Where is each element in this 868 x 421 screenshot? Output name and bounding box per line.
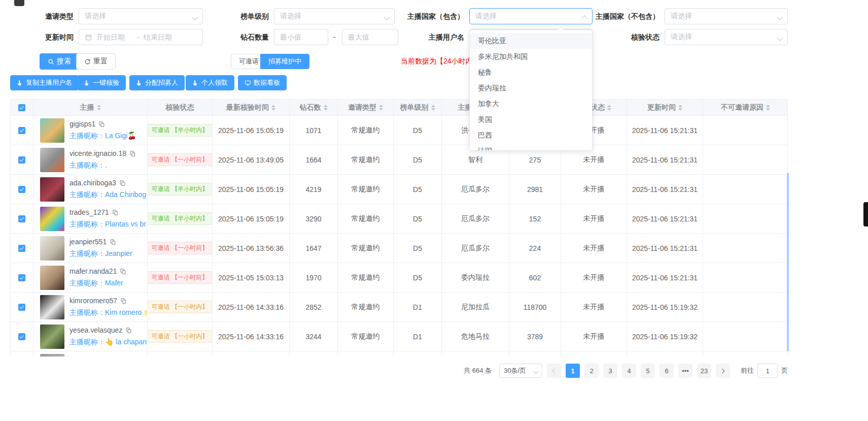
page-more-button[interactable]: •••: [678, 364, 692, 378]
row-checkbox[interactable]: [18, 215, 25, 222]
nickname-prefix: 主播昵称：: [70, 190, 105, 199]
nickname-link[interactable]: 主播昵称：La Gigi🍒: [70, 132, 136, 141]
row-checkbox[interactable]: [18, 156, 25, 164]
reason-cell: [703, 145, 788, 174]
nickname-link[interactable]: 主播昵称：Jeanpier: [70, 249, 132, 258]
invite-type-label: 邀请类型: [20, 8, 74, 24]
page-number-button[interactable]: 4: [622, 364, 636, 378]
page-number-button[interactable]: 3: [603, 364, 617, 378]
table-header: 主播 核验状态 最新核验时间 钻石数 邀请类型 榜单级别 主播国家 开播状态 更…: [11, 100, 787, 116]
header-select-all[interactable]: [11, 100, 33, 115]
date-separator: -: [137, 33, 140, 41]
username-label: 主播用户名: [393, 29, 464, 45]
copy-icon[interactable]: [129, 150, 136, 157]
copy-icon[interactable]: [125, 327, 132, 334]
header-broadcaster[interactable]: 主播: [33, 100, 148, 115]
nickname-link[interactable]: 主播昵称：.: [70, 161, 136, 170]
avatar: [40, 148, 64, 172]
copy-icon[interactable]: [112, 209, 119, 216]
reason-cell: [703, 234, 788, 263]
page-scrollbar-thumb[interactable]: [863, 202, 868, 226]
page-buttons: 123456•••23: [566, 364, 711, 378]
sort-carets-icon[interactable]: [324, 105, 328, 111]
country-option[interactable]: 哥伦比亚: [470, 33, 592, 49]
rank-level-select[interactable]: 请选择: [274, 8, 395, 24]
copy-icon[interactable]: [98, 121, 105, 127]
diamond-max-input-box[interactable]: [342, 29, 398, 45]
country-option[interactable]: 美国: [470, 112, 592, 127]
sort-carets-icon[interactable]: [271, 105, 275, 111]
goto-page-input[interactable]: [757, 364, 778, 378]
invite-type-select[interactable]: 请选择: [79, 8, 203, 24]
row-checkbox[interactable]: [18, 333, 25, 340]
nickname-link[interactable]: 主播昵称：Plantas vs brai: [70, 220, 147, 229]
copy-icon[interactable]: [120, 298, 127, 304]
header-latest-verify-time[interactable]: 最新核验时间: [213, 100, 290, 115]
verify-time-cell: 2025-11-05 15:03:13: [213, 263, 290, 292]
personal-claim-button[interactable]: 个人领取: [186, 75, 234, 90]
header-update-time[interactable]: 更新时间: [627, 100, 703, 115]
header-invite-type[interactable]: 邀请类型: [338, 100, 394, 115]
diamond-min-input-box[interactable]: [274, 29, 328, 45]
page-number-button[interactable]: 23: [697, 364, 711, 378]
diamond-max-input[interactable]: [348, 33, 392, 41]
page-size-select[interactable]: 30条/页: [499, 364, 542, 378]
page-number-button[interactable]: 5: [641, 364, 655, 378]
data-dashboard-button[interactable]: 数据看板: [238, 75, 287, 90]
diamond-min-input[interactable]: [280, 33, 322, 41]
sort-carets-icon[interactable]: [607, 105, 611, 111]
next-page-button[interactable]: [716, 364, 730, 378]
country-include-select[interactable]: 请选择: [469, 8, 593, 24]
header-rank-level[interactable]: 榜单级别: [394, 100, 442, 115]
page-number-button[interactable]: 6: [659, 364, 674, 378]
diamonds-cell: 1071: [290, 116, 338, 145]
nickname-link[interactable]: 主播昵称：Mafer: [70, 279, 126, 288]
copy-icon[interactable]: [110, 239, 116, 245]
row-checkbox[interactable]: [18, 127, 25, 134]
assign-recruiter-button[interactable]: 分配招募人: [129, 75, 185, 90]
date-start-input[interactable]: [96, 33, 133, 41]
country-cell: 厄瓜多尔: [442, 234, 509, 263]
sort-carets-icon[interactable]: [97, 105, 101, 111]
country-option[interactable]: 巴西: [470, 127, 592, 143]
reset-button[interactable]: 重置: [76, 53, 116, 70]
country-option[interactable]: 加拿大: [470, 96, 592, 112]
copy-icon[interactable]: [119, 180, 126, 186]
sort-carets-icon[interactable]: [431, 105, 435, 111]
broadcaster-cell: mafer.nanda21 主播昵称：Mafer: [33, 263, 148, 292]
page-number-button[interactable]: 1: [566, 364, 580, 378]
verify-status-select[interactable]: 请选择: [665, 29, 788, 45]
page-number-button[interactable]: 2: [584, 364, 599, 378]
prev-page-button[interactable]: [547, 364, 561, 378]
header-noninvitable-reason[interactable]: 不可邀请原因: [703, 100, 788, 115]
nickname-link[interactable]: 主播昵称：👆 la chaparrit: [70, 338, 147, 347]
nickname-link[interactable]: 主播昵称：Kim romero 🌟: [70, 308, 147, 317]
update-time-range-picker[interactable]: -: [79, 29, 203, 45]
sort-carets-icon[interactable]: [678, 105, 682, 111]
corner-notch: [14, 0, 24, 6]
country-option[interactable]: 多米尼加共和国: [470, 49, 592, 64]
toggle-recruit-maintain[interactable]: 招募维护中: [260, 54, 309, 69]
row-checkbox[interactable]: [18, 245, 25, 252]
sort-carets-icon[interactable]: [379, 105, 383, 111]
one-click-verify-button[interactable]: 一键核验: [77, 75, 126, 90]
copy-usernames-button[interactable]: 复制主播用户名: [10, 75, 79, 90]
search-button[interactable]: 搜索: [40, 53, 79, 70]
table-scrollbar-thumb[interactable]: [787, 173, 789, 351]
header-diamonds[interactable]: 钻石数: [290, 100, 338, 115]
select-all-checkbox[interactable]: [18, 104, 25, 111]
broadcaster-cell: yesea.velasquez 主播昵称：👆 la chaparrit: [33, 322, 148, 351]
country-option[interactable]: 秘鲁: [470, 64, 592, 80]
copy-icon[interactable]: [120, 268, 126, 275]
row-checkbox[interactable]: [18, 186, 25, 193]
nickname-link[interactable]: 主播昵称：Ada Chiriboga: [70, 190, 147, 200]
sort-carets-icon[interactable]: [766, 105, 770, 111]
verify-time-cell: 2025-11-06 15:05:19: [213, 175, 290, 204]
country-option[interactable]: 法国: [470, 143, 592, 151]
country-exclude-select[interactable]: 请选择: [665, 8, 788, 24]
date-end-input[interactable]: [144, 33, 180, 41]
verify-status-badge: 可邀请 【一小时前】: [148, 153, 213, 166]
country-option[interactable]: 委内瑞拉: [470, 80, 592, 96]
row-checkbox[interactable]: [18, 274, 25, 281]
row-checkbox[interactable]: [18, 304, 25, 311]
